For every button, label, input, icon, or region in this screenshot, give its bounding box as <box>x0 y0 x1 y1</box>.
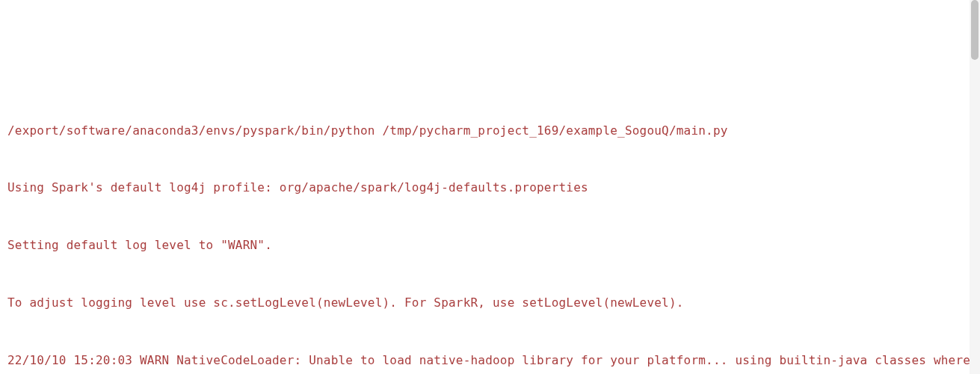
console-output: /export/software/anaconda3/envs/pyspark/… <box>7 82 973 374</box>
scrollbar-track[interactable] <box>970 0 980 374</box>
console-line: Setting default log level to "WARN". <box>7 236 973 255</box>
console-line: Using Spark's default log4j profile: org… <box>7 178 973 197</box>
scrollbar-thumb[interactable] <box>971 0 979 60</box>
console-line: /export/software/anaconda3/envs/pyspark/… <box>7 121 973 141</box>
console-line: To adjust logging level use sc.setLogLev… <box>7 293 973 313</box>
console-line: 22/10/10 15:20:03 WARN NativeCodeLoader:… <box>7 351 973 370</box>
